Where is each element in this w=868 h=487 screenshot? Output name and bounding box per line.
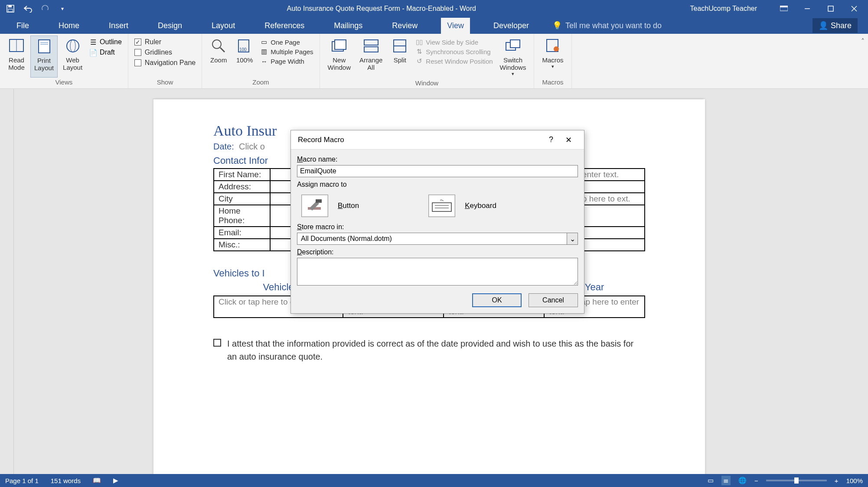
read-mode-view-icon[interactable]: ▭ — [708, 477, 714, 484]
statusbar: Page 1 of 1 151 words 📖 ▶ ▭ ≣ 🌐 − + 100% — [0, 474, 868, 487]
ok-button[interactable]: OK — [472, 293, 522, 307]
new-window-button[interactable]: New Window — [324, 36, 354, 78]
chevron-down-icon[interactable]: ⌄ — [567, 233, 578, 245]
cancel-button[interactable]: Cancel — [529, 293, 578, 307]
dialog-help-icon[interactable]: ? — [542, 135, 560, 144]
cell-home-phone[interactable]: Home Phone: — [214, 205, 270, 227]
dialog-title: Record Macro — [298, 136, 344, 144]
cell-email[interactable]: Email: — [214, 227, 270, 239]
tab-references[interactable]: References — [258, 18, 310, 34]
undo-icon[interactable] — [23, 3, 33, 14]
tell-me-search[interactable]: 💡 Tell me what you want to do — [552, 21, 662, 30]
view-side-by-side-button[interactable]: ▯▯View Side by Side — [415, 38, 493, 46]
macro-recording-icon[interactable]: ▶ — [113, 477, 118, 484]
dialog-close-icon[interactable]: ✕ — [560, 135, 577, 145]
reset-window-position-button[interactable]: ↺Reset Window Position — [415, 57, 493, 65]
tab-mailings[interactable]: Mailings — [328, 18, 369, 34]
maximize-icon[interactable] — [826, 3, 836, 14]
macros-button[interactable]: Macros▾ — [538, 36, 567, 78]
document-title: Auto Insurance Quote Request Form - Macr… — [73, 5, 690, 13]
macros-icon — [544, 37, 561, 55]
ruler-checkbox[interactable]: ✓Ruler — [134, 38, 196, 46]
svg-rect-4 — [780, 6, 788, 7]
assign-to-button[interactable]: BButtonutton — [301, 195, 359, 217]
web-layout-button[interactable]: Web Layout — [59, 36, 86, 78]
store-macro-select[interactable]: All Documents (Normal.dotm) ⌄ — [297, 233, 578, 245]
cell-misc[interactable]: Misc.: — [214, 239, 270, 251]
group-label-zoom: Zoom — [252, 78, 269, 87]
status-words[interactable]: 151 words — [51, 477, 81, 484]
store-macro-value: All Documents (Normal.dotm) — [297, 233, 567, 245]
svg-rect-27 — [510, 40, 520, 48]
tab-file[interactable]: File — [10, 18, 35, 34]
page-width-button[interactable]: ↔Page Width — [260, 57, 313, 65]
minimize-icon[interactable] — [802, 3, 813, 14]
macro-name-input[interactable] — [297, 165, 578, 177]
tab-design[interactable]: Design — [152, 18, 188, 34]
tab-developer[interactable]: Developer — [487, 18, 535, 34]
synchronous-scrolling-button[interactable]: ⇅Synchronous Scrolling — [415, 48, 493, 55]
svg-line-17 — [220, 48, 225, 52]
svg-rect-31 — [316, 199, 322, 203]
svg-text:100: 100 — [239, 47, 247, 52]
close-icon[interactable] — [849, 3, 859, 14]
collapse-ribbon-icon[interactable]: ˄ — [858, 34, 868, 88]
print-layout-view-icon[interactable]: ≣ — [721, 476, 731, 485]
tab-view[interactable]: View — [441, 18, 470, 34]
tab-home[interactable]: Home — [52, 18, 85, 34]
print-layout-icon — [36, 38, 53, 55]
switch-windows-icon — [504, 37, 522, 55]
zoom-slider[interactable] — [766, 480, 827, 481]
zoom-100-button[interactable]: 100 100% — [232, 36, 257, 78]
status-page[interactable]: Page 1 of 1 — [5, 477, 39, 484]
switch-windows-button[interactable]: Switch Windows▾ — [496, 36, 530, 78]
macro-name-label: acro name: — [303, 156, 337, 163]
svg-point-15 — [70, 40, 75, 52]
attestation-checkbox[interactable] — [213, 339, 221, 347]
print-layout-button[interactable]: Print Layout — [30, 36, 58, 78]
multi-page-icon: ▥ — [260, 48, 268, 55]
horizontal-ruler[interactable] — [153, 89, 703, 99]
qat-customize-icon[interactable]: ▾ — [57, 3, 68, 14]
attestation-paragraph: I attest that the information provided i… — [213, 337, 645, 363]
split-button[interactable]: Split — [388, 36, 412, 78]
vertical-ruler[interactable] — [0, 89, 14, 484]
assign-macro-label: Assign macro to — [297, 181, 578, 188]
tab-review[interactable]: Review — [386, 18, 424, 34]
date-placeholder[interactable]: Click o — [239, 142, 265, 151]
save-icon[interactable] — [5, 3, 16, 14]
one-page-button[interactable]: ▭One Page — [260, 38, 313, 46]
zoom-level[interactable]: 100% — [846, 477, 863, 484]
cell-address[interactable]: Address: — [214, 181, 270, 193]
arrange-all-button[interactable]: Arrange All — [356, 36, 386, 78]
gridlines-checkbox[interactable]: Gridlines — [134, 49, 196, 56]
outline-button[interactable]: ☰Outline — [89, 38, 122, 46]
navigation-pane-checkbox[interactable]: Navigation Pane — [134, 59, 196, 67]
description-textarea[interactable] — [297, 258, 578, 286]
read-mode-button[interactable]: Read Mode — [4, 36, 29, 78]
zoom-button[interactable]: Zoom — [206, 36, 231, 78]
redo-icon[interactable] — [40, 3, 50, 14]
ribbon: Read Mode Print Layout Web Layout ☰Outli… — [0, 34, 868, 89]
spellcheck-icon[interactable]: 📖 — [93, 477, 101, 484]
tab-insert[interactable]: Insert — [103, 18, 134, 34]
zoom-in-icon[interactable]: + — [835, 477, 839, 484]
titlebar: ▾ Auto Insurance Quote Request Form - Ma… — [0, 0, 868, 17]
lightbulb-icon: 💡 — [552, 21, 562, 30]
tab-layout[interactable]: Layout — [206, 18, 241, 34]
draft-button[interactable]: 📄Draft — [89, 49, 122, 56]
record-macro-dialog: Record Macro ? ✕ Macro name: Assign macr… — [290, 130, 584, 314]
group-label-window: Window — [415, 78, 438, 88]
cell-first-name[interactable]: First Name: — [214, 169, 270, 181]
assign-to-keyboard[interactable]: Keyboard — [428, 195, 496, 217]
date-label: Date: — [213, 142, 234, 151]
multiple-pages-button[interactable]: ▥Multiple Pages — [260, 48, 313, 55]
page-width-icon: ↔ — [260, 57, 268, 65]
cell-city[interactable]: City — [214, 193, 270, 205]
zoom-out-icon[interactable]: − — [754, 477, 758, 484]
svg-rect-2 — [8, 9, 13, 12]
ribbon-options-icon[interactable] — [779, 3, 789, 14]
ribbon-tabs: File Home Insert Design Layout Reference… — [0, 17, 868, 34]
share-button[interactable]: 👤 Share — [813, 18, 858, 33]
web-layout-view-icon[interactable]: 🌐 — [738, 477, 747, 484]
